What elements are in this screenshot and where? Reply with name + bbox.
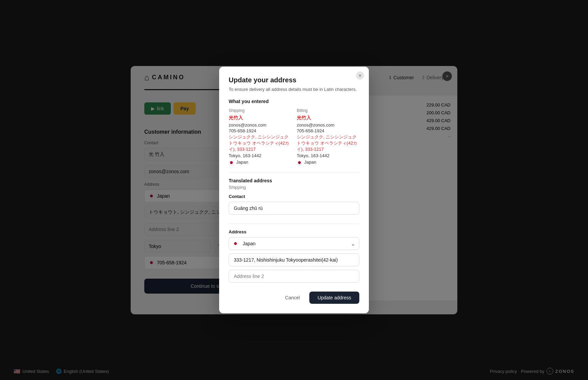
what-you-entered-title: What you entered: [229, 99, 359, 104]
billing-country-row: Japan: [297, 160, 359, 165]
update-address-modal: × Update your address To ensure delivery…: [219, 67, 369, 313]
country-select[interactable]: Japan United States United Kingdom: [229, 237, 359, 250]
address-columns: Shipping 光竹入 zonos@zonos.com 705-658-192…: [229, 108, 359, 165]
update-address-button[interactable]: Update address: [309, 292, 359, 304]
modal-close-button[interactable]: ×: [356, 71, 364, 80]
modal-footer: Cancel Update address: [229, 292, 359, 304]
address-line2-translated-input[interactable]: [229, 270, 359, 283]
cancel-button[interactable]: Cancel: [280, 292, 306, 304]
shipping-column: Shipping 光竹入 zonos@zonos.com 705-658-192…: [229, 108, 291, 165]
shipping-phone: 705-658-1924: [229, 128, 291, 133]
shipping-address-red: シンジュクク, ニシシンジュクトウキョウ オペラシティ(42カイ), 333-1…: [229, 134, 291, 152]
modal-overlay: × Update your address To ensure delivery…: [0, 0, 588, 380]
address-section-label: Address: [229, 229, 359, 234]
divider-1: [229, 172, 359, 172]
billing-country: Japan: [304, 160, 316, 165]
shipping-name: 光竹入: [229, 115, 291, 121]
shipping-country: Japan: [236, 160, 248, 165]
shipping-country-row: Japan: [229, 160, 291, 165]
billing-city-zip: Tokyo, 163-1442: [297, 153, 359, 158]
country-select-flag: [233, 241, 238, 246]
billing-col-title: Billing: [297, 108, 359, 113]
billing-email: zonos@zonos.com: [297, 122, 359, 128]
shipping-city-zip: Tokyo, 163-1442: [229, 153, 291, 158]
billing-column: Billing 光竹入 zonos@zonos.com 705-658-1924…: [297, 108, 359, 165]
modal-title: Update your address: [229, 76, 359, 84]
billing-japan-flag: [297, 160, 302, 165]
shipping-email: zonos@zonos.com: [229, 122, 291, 128]
shipping-col-title: Shipping: [229, 108, 291, 113]
contact-translated-input[interactable]: [229, 202, 359, 215]
address-line1-translated-input[interactable]: [229, 253, 359, 266]
billing-name: 光竹入: [297, 115, 359, 121]
translated-address-title: Translated address: [229, 178, 359, 183]
billing-phone: 705-658-1924: [297, 128, 359, 133]
billing-address-red: シンジュクク, ニシシンジュクトウキョウ オペラシティ(42カイ), 333-1…: [297, 134, 359, 152]
contact-section-label: Contact: [229, 194, 359, 199]
shipping-japan-flag: [229, 160, 234, 165]
translated-shipping-label: Shipping: [229, 185, 359, 190]
country-select-wrapper: Japan United States United Kingdom ⌄: [229, 237, 359, 250]
divider-2: [229, 224, 359, 224]
modal-subtitle: To ensure delivery all address details m…: [229, 87, 359, 92]
